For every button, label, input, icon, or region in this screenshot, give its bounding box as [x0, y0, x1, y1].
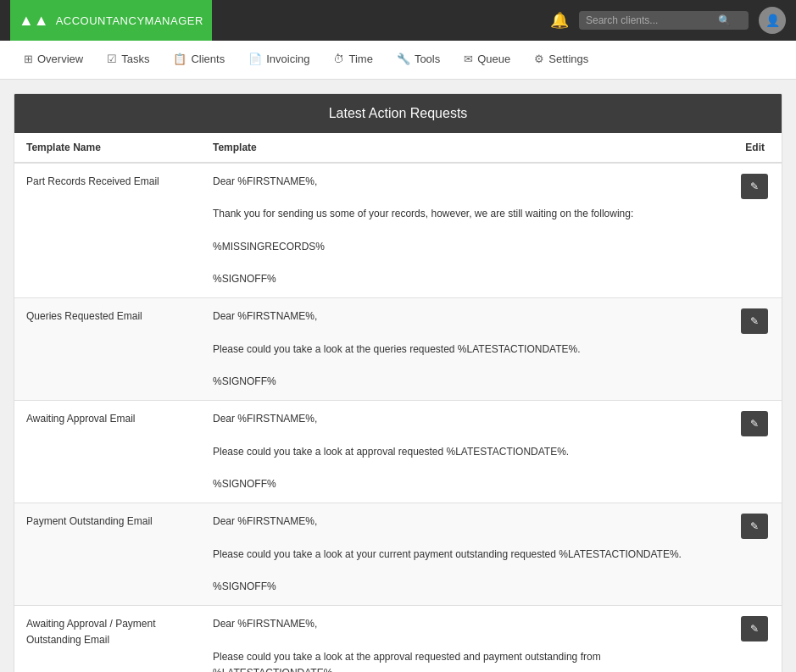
template-content-cell: Dear %FIRSTNAME%,Please could you take a…: [201, 606, 729, 672]
search-icon: 🔍: [718, 14, 731, 26]
template-content-cell: Dear %FIRSTNAME%,Please could you take a…: [201, 503, 729, 606]
overview-icon: ⊞: [24, 53, 33, 65]
col-template: Template: [201, 133, 729, 163]
queue-icon: ✉: [464, 53, 473, 65]
nav-item-invoicing[interactable]: 📄 Invoicing: [238, 41, 320, 80]
template-name-cell: Awaiting Approval Email: [14, 401, 201, 503]
table-row: Payment Outstanding EmailDear %FIRSTNAME…: [14, 503, 782, 606]
template-content-cell: Dear %FIRSTNAME%,Please could you take a…: [201, 401, 729, 503]
search-input[interactable]: [586, 14, 713, 26]
edit-cell: ✎: [729, 401, 782, 503]
template-name-cell: Payment Outstanding Email: [14, 503, 201, 606]
action-requests-table: Template Name Template Edit Part Records…: [14, 133, 782, 672]
edit-cell: ✎: [729, 163, 782, 298]
edit-button[interactable]: ✎: [741, 411, 768, 436]
app-header: ▲▲ ACCOUNTANCYMANAGER 🔔 🔍 👤: [0, 0, 796, 41]
main-content: Latest Action Requests Template Name Tem…: [0, 80, 796, 672]
logo-area: ▲▲ ACCOUNTANCYMANAGER: [10, 0, 212, 41]
logo-icon: ▲▲: [19, 12, 49, 30]
nav-item-tools[interactable]: 🔧 Tools: [387, 41, 450, 80]
edit-button[interactable]: ✎: [741, 174, 768, 199]
tasks-icon: ☑: [107, 53, 117, 65]
bell-icon[interactable]: 🔔: [550, 11, 569, 30]
col-edit: Edit: [729, 133, 782, 163]
settings-icon: ⚙: [534, 53, 544, 65]
nav-item-tasks[interactable]: ☑ Tasks: [97, 41, 159, 80]
tools-icon: 🔧: [397, 53, 410, 65]
edit-cell: ✎: [729, 606, 782, 672]
invoicing-icon: 📄: [248, 53, 262, 65]
template-name-cell: Part Records Received Email: [14, 163, 201, 298]
time-icon: ⏱: [333, 53, 344, 65]
table-row: Part Records Received EmailDear %FIRSTNA…: [14, 163, 782, 298]
nav-item-clients[interactable]: 📋 Clients: [163, 41, 235, 80]
main-nav: ⊞ Overview ☑ Tasks 📋 Clients 📄 Invoicing…: [0, 41, 796, 80]
edit-button[interactable]: ✎: [741, 308, 768, 334]
table-row: Queries Requested EmailDear %FIRSTNAME%,…: [14, 298, 782, 401]
nav-item-settings[interactable]: ⚙ Settings: [524, 41, 598, 80]
edit-cell: ✎: [729, 298, 782, 401]
edit-button[interactable]: ✎: [741, 616, 768, 641]
nav-item-overview[interactable]: ⊞ Overview: [14, 41, 93, 80]
col-template-name: Template Name: [14, 133, 201, 163]
nav-item-time[interactable]: ⏱ Time: [323, 41, 382, 80]
template-content-cell: Dear %FIRSTNAME%,Please could you take a…: [201, 298, 729, 401]
table-row: Awaiting Approval EmailDear %FIRSTNAME%,…: [14, 401, 782, 503]
avatar[interactable]: 👤: [759, 7, 786, 34]
template-name-cell: Queries Requested Email: [14, 298, 201, 401]
clients-icon: 📋: [173, 53, 186, 65]
edit-cell: ✎: [729, 503, 782, 606]
action-requests-table-container: Latest Action Requests Template Name Tem…: [14, 93, 782, 672]
search-bar: 🔍: [579, 11, 749, 30]
template-content-cell: Dear %FIRSTNAME%,Thank you for sending u…: [201, 163, 729, 298]
logo-text: ACCOUNTANCYMANAGER: [56, 14, 203, 27]
nav-item-queue[interactable]: ✉ Queue: [454, 41, 520, 80]
template-name-cell: Awaiting Approval / Payment Outstanding …: [14, 606, 201, 672]
edit-button[interactable]: ✎: [741, 514, 768, 539]
table-row: Awaiting Approval / Payment Outstanding …: [14, 606, 782, 672]
table-title: Latest Action Requests: [14, 94, 782, 133]
